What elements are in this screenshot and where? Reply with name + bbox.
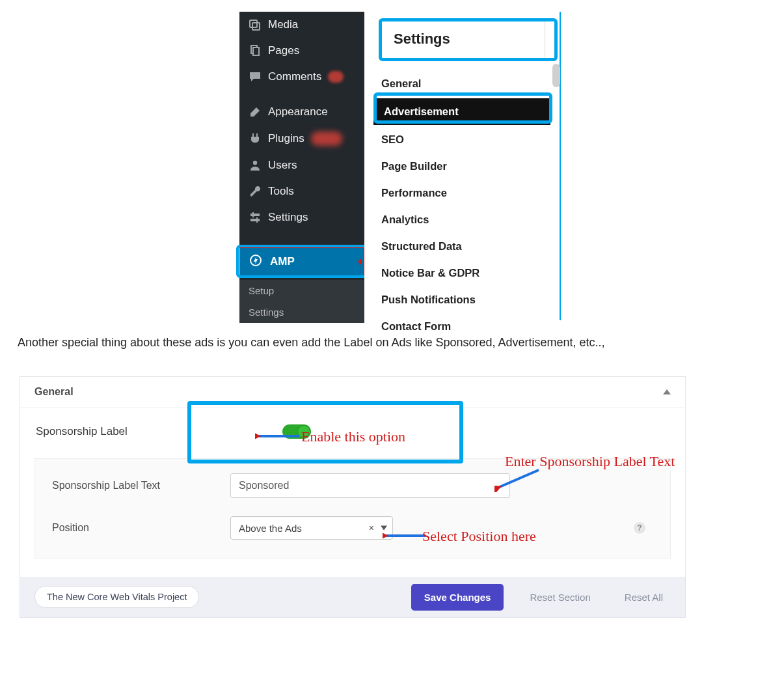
tab-analytics[interactable]: Analytics	[364, 206, 560, 233]
appearance-icon	[249, 105, 262, 118]
sponsorship-text-row: Sponsorship Label Text	[52, 473, 653, 498]
tab-notice-bar-gdpr[interactable]: Notice Bar & GDPR	[364, 260, 560, 286]
sidebar-item-pages[interactable]: Pages	[239, 38, 364, 64]
svg-rect-6	[250, 219, 260, 221]
sidebar-label: Users	[268, 159, 297, 172]
sponsorship-label-row: Sponsorship Label	[34, 419, 671, 450]
field-label: Sponsorship Label	[36, 425, 128, 438]
sidebar-item-media[interactable]: Media	[239, 12, 364, 38]
sidebar-item-users[interactable]: Users	[239, 152, 364, 178]
core-web-vitals-pill[interactable]: The New Core Web Vitals Project	[34, 586, 199, 608]
general-settings-panel: General Sponsorship Label Sponsorship La…	[20, 376, 686, 577]
wp-admin-sidebar: Media Pages Comments Appearance Plug	[239, 12, 364, 320]
panel-title: General	[34, 386, 74, 398]
amp-icon	[249, 254, 262, 270]
media-icon	[249, 18, 262, 31]
sidebar-label: Pages	[268, 44, 299, 57]
sidebar-label: Media	[268, 18, 298, 31]
svg-rect-3	[253, 48, 259, 55]
tools-icon	[249, 185, 262, 198]
help-icon[interactable]: ?	[634, 522, 645, 534]
svg-rect-8	[256, 217, 258, 223]
svg-rect-0	[250, 20, 257, 27]
scrollbar-thumb[interactable]	[552, 64, 560, 87]
svg-rect-5	[250, 214, 260, 216]
tab-push-notifications[interactable]: Push Notifications	[364, 286, 560, 313]
sidebar-item-amp[interactable]: AMP	[239, 247, 364, 276]
amp-submenu: Setup Settings	[239, 280, 364, 323]
clear-icon[interactable]: ×	[369, 523, 374, 533]
tab-structured-data[interactable]: Structured Data	[364, 233, 560, 260]
comments-icon	[249, 70, 262, 83]
svg-rect-7	[252, 212, 254, 217]
reset-section-button[interactable]: Reset Section	[522, 585, 598, 609]
field-label: Sponsorship Label Text	[52, 480, 208, 491]
sidebar-item-settings[interactable]: Settings	[239, 204, 364, 230]
amp-submenu-settings[interactable]: Settings	[239, 301, 364, 323]
tab-performance[interactable]: Performance	[364, 180, 560, 206]
sidebar-item-plugins[interactable]: Plugins	[239, 125, 364, 152]
notification-badge	[311, 131, 342, 146]
wp-admin-screenshot: Media Pages Comments Appearance Plug	[239, 12, 561, 320]
action-bar: The New Core Web Vitals Project Save Cha…	[20, 577, 686, 618]
reset-all-button[interactable]: Reset All	[617, 585, 671, 609]
amp-tabs-panel: Settings GeneralAdvertisementSEOPage Bui…	[364, 12, 561, 320]
users-icon	[249, 159, 262, 172]
sidebar-label: Appearance	[268, 105, 328, 118]
notification-badge	[328, 71, 344, 83]
sponsorship-toggle[interactable]	[282, 424, 311, 439]
sidebar-item-appearance[interactable]: Appearance	[239, 99, 364, 125]
position-row: Position Above the Ads × ?	[52, 516, 653, 540]
sidebar-label: Comments	[268, 70, 321, 83]
position-select[interactable]: Above the Ads ×	[230, 516, 393, 540]
tab-header-settings[interactable]: Settings	[379, 20, 545, 59]
sidebar-label: Tools	[268, 185, 294, 198]
svg-point-4	[253, 161, 257, 165]
sidebar-label: Plugins	[268, 132, 304, 145]
toggle-knob	[298, 426, 310, 437]
sidebar-item-comments[interactable]: Comments	[239, 64, 364, 90]
tab-general[interactable]: General	[364, 70, 560, 97]
position-value: Above the Ads	[239, 523, 302, 534]
settings-icon	[249, 211, 262, 224]
tab-advertisement[interactable]: Advertisement	[373, 98, 550, 125]
submenu-indicator-icon	[358, 258, 362, 266]
sidebar-label: AMP	[270, 255, 295, 268]
collapse-icon[interactable]	[663, 389, 671, 394]
sponsorship-text-input[interactable]	[230, 473, 510, 498]
svg-rect-1	[252, 23, 260, 30]
amp-submenu-setup[interactable]: Setup	[239, 280, 364, 301]
description-paragraph: Another special thing about these ads is…	[18, 336, 733, 350]
tab-page-builder[interactable]: Page Builder	[364, 153, 560, 180]
field-label: Position	[52, 522, 208, 534]
plugins-icon	[249, 132, 262, 145]
panel-header-general[interactable]: General	[20, 377, 685, 408]
tab-seo[interactable]: SEO	[364, 126, 560, 153]
settings-header-label: Settings	[394, 31, 450, 48]
pages-icon	[249, 44, 262, 57]
sidebar-label: Settings	[268, 211, 308, 224]
chevron-down-icon[interactable]	[381, 526, 387, 531]
save-changes-button[interactable]: Save Changes	[411, 584, 504, 611]
sidebar-item-tools[interactable]: Tools	[239, 178, 364, 204]
sponsorship-options: Sponsorship Label Text Position Above th…	[34, 458, 671, 559]
